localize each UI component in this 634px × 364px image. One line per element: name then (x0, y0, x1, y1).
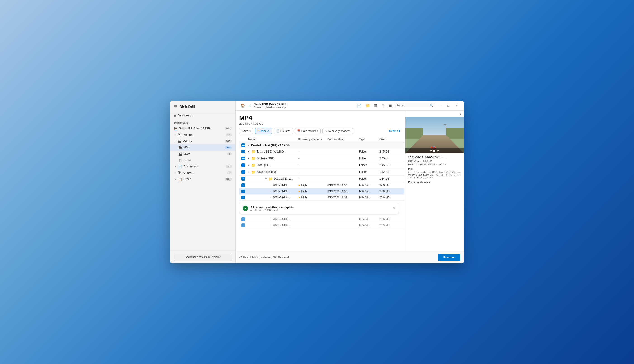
row-checkbox[interactable]: ✓ (242, 217, 245, 221)
other-label: Other (183, 177, 223, 181)
app-title: Disk Drill (180, 105, 195, 109)
row-checkbox[interactable]: ✓ (242, 224, 245, 227)
sidebar-item-videos[interactable]: ▾ 🎬 Videos 203 (170, 138, 235, 144)
table-row[interactable]: — ▾ Deleted or lost (101) - 2.45 GB (239, 142, 404, 148)
recover-button[interactable]: Recover (438, 254, 460, 261)
file-table-container[interactable]: Name Recovery chances Date modified Type… (239, 136, 405, 251)
search-input[interactable] (397, 104, 428, 107)
sidebar-item-archives[interactable]: ▶ 🗜 Archives 5 (170, 170, 235, 176)
maximize-button[interactable]: □ (445, 103, 452, 108)
close-button[interactable]: ✕ (453, 103, 460, 108)
preview-next-button[interactable]: ⏭ (437, 149, 440, 152)
home-button[interactable]: 🏠 (239, 102, 246, 109)
file-play-icon: ⏯ (269, 184, 272, 187)
app-window: ☰ Disk Drill ⊞ Dashboard Scan results 💾 … (170, 101, 464, 264)
content-area: MP4 202 files / 4.91 GB Show ▾ ☰ MP4 ✕ (236, 111, 464, 251)
table-row[interactable]: ✓ ▾ 📁 2021-08-13_1... – (239, 176, 404, 182)
pictures-icon: 🖼 (178, 133, 181, 137)
hamburger-icon[interactable]: ☰ (174, 104, 177, 109)
group-toggle-icon[interactable]: ▾ (248, 144, 249, 146)
row-checkbox[interactable]: — (242, 150, 245, 154)
recovery-chances-header[interactable]: Recovery chances (297, 138, 326, 141)
documents-icon: 📄 (178, 165, 182, 168)
preview-play-button[interactable]: ▶ (433, 149, 436, 152)
table-row[interactable]: ✓ ⏯ 2021-08-13_... MP4 Vi... (239, 222, 404, 228)
reset-all-button[interactable]: Reset all (387, 128, 402, 134)
recovery-chances-filter-button[interactable]: ☆ Recovery chances (322, 128, 353, 134)
file-play-icon: ⏯ (269, 217, 272, 221)
search-box: 🔍 (395, 103, 435, 108)
drive-label: Tesla USB Drive 128GB (179, 127, 223, 130)
file-view-button[interactable]: 📄 (356, 102, 363, 109)
folder-toggle-icon[interactable]: ▾ (248, 164, 249, 166)
table-row[interactable]: ✓ ⏯ 2021-08-13_... MP4 Vi... (239, 216, 404, 222)
notification-check-icon: ✓ (243, 206, 248, 211)
preview-topbar: ↗ (405, 111, 464, 117)
folder-toggle-icon[interactable]: ▾ (265, 178, 267, 180)
drive-icon: 💾 (174, 127, 178, 130)
folder-toggle-icon[interactable]: ▾ (248, 150, 249, 153)
mp4-filter-chip[interactable]: ☰ MP4 ✕ (255, 128, 272, 134)
row-checkbox[interactable]: ✓ (242, 177, 245, 180)
name-header[interactable]: Name (247, 138, 297, 141)
show-filter-button[interactable]: Show ▾ (239, 128, 253, 134)
table-row[interactable]: — ▾ 📁 SavedClips (69) – (239, 169, 404, 176)
drive-name: Tesla USB Drive 128GB (254, 102, 354, 106)
minimize-button[interactable]: — (436, 103, 444, 108)
type-header[interactable]: Type (358, 138, 378, 141)
sidebar-item-other[interactable]: ▶ 📋 Other 209 (170, 176, 235, 182)
star-filter-icon: ☆ (325, 130, 327, 133)
sidebar-item-documents[interactable]: ▶ 📄 Documents 30 (170, 163, 235, 170)
grid-view-button[interactable]: ⊞ (380, 102, 386, 109)
main-layout: ☰ Disk Drill ⊞ Dashboard Scan results 💾 … (170, 101, 464, 264)
date-modified-filter-button[interactable]: 📅 Date modified (295, 128, 321, 134)
table-row[interactable]: — ▾ 📁 Tesla USB Drive 128G... – (239, 148, 404, 155)
external-link-icon[interactable]: ↗ (459, 112, 462, 116)
preview-panel: ↗ 🚗 ⏮ ▶ (405, 111, 464, 251)
folder-icon: 📁 (251, 170, 256, 174)
notification-banner: ✓ All recovery methods complete 460 file… (239, 203, 399, 214)
table-row[interactable]: ✓ ⏯ 2021-08-13_... ★ High (239, 188, 404, 194)
star-icon: ★ (298, 196, 301, 199)
documents-expand-icon: ▶ (175, 165, 176, 168)
row-checkbox[interactable]: — (242, 170, 245, 174)
mp4-chip-label: MP4 (261, 130, 266, 133)
sidebar-header: ☰ Disk Drill (170, 101, 235, 112)
group-checkbox[interactable]: — (242, 144, 245, 147)
sidebar-item-dashboard[interactable]: ⊞ Dashboard (170, 112, 235, 118)
list-view-button[interactable]: ☰ (373, 102, 379, 109)
mp4-chip-close-icon[interactable]: ✕ (267, 130, 269, 132)
table-row[interactable]: — ▾ 📁 Lost9 (101) – Fol (239, 162, 404, 169)
notification-container: ✓ All recovery methods complete 460 file… (239, 201, 404, 216)
table-row[interactable]: ✓ ⏯ 2021-08-13_... ★ High (239, 194, 404, 201)
folder-view-button[interactable]: 📁 (364, 102, 371, 109)
sidebar-item-mov[interactable]: 🎬 MOV 1 (170, 151, 235, 157)
file-size-filter-button[interactable]: 📄 File size (274, 128, 293, 134)
star-icon: ★ (298, 184, 301, 187)
sidebar-item-mp4[interactable]: 🎬 MP4 202 (170, 144, 235, 151)
other-icon: 📋 (178, 177, 182, 181)
sidebar-item-drive[interactable]: 💾 Tesla USB Drive 128GB 460 (170, 126, 235, 132)
row-checkbox[interactable]: — (242, 163, 245, 167)
notification-close-button[interactable]: ✕ (393, 206, 395, 210)
light-arm (444, 124, 446, 125)
other-expand-icon: ▶ (175, 178, 176, 180)
sidebar-item-pictures[interactable]: ▶ 🖼 Pictures 13 (170, 132, 235, 138)
row-checkbox[interactable]: ✓ (242, 196, 245, 199)
show-scan-results-button[interactable]: Show scan results in Explorer (174, 254, 232, 261)
folder-toggle-icon[interactable]: ▾ (248, 157, 249, 160)
table-row[interactable]: ✓ ⏯ 2021-08-13_... ★ High (239, 182, 404, 188)
split-view-button[interactable]: ▣ (387, 102, 393, 109)
videos-label: Videos (183, 140, 223, 143)
file-play-icon: ⏯ (269, 224, 272, 227)
table-row[interactable]: — ▾ 📁 Orphans (101) – F (239, 155, 404, 162)
preview-prev-button[interactable]: ⏮ (430, 149, 432, 152)
date-modified-header[interactable]: Date modified (326, 138, 358, 141)
folder-toggle-icon[interactable]: ▾ (248, 171, 249, 173)
row-checkbox[interactable]: ✓ (242, 184, 245, 187)
star-icon: ★ (298, 190, 301, 193)
row-checkbox[interactable]: ✓ (242, 190, 245, 193)
videos-icon: 🎬 (178, 140, 181, 143)
row-checkbox[interactable]: — (242, 156, 245, 160)
audio-icon: 🎵 (178, 158, 182, 162)
